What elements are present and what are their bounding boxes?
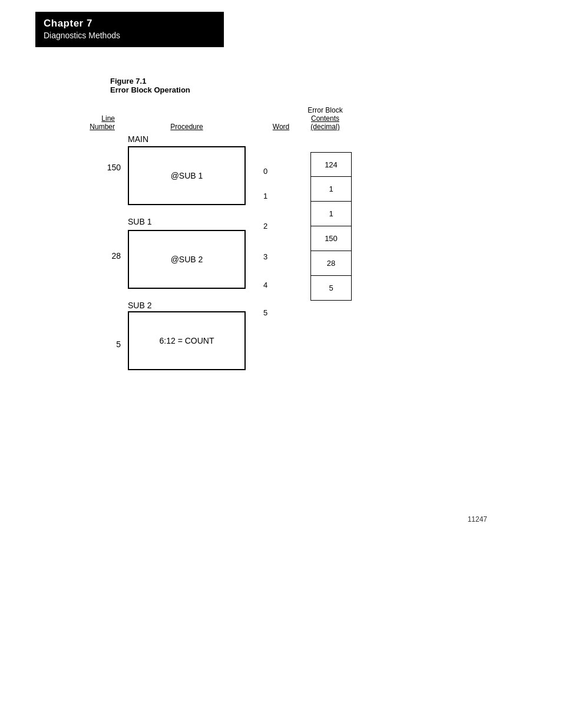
col-header-word: Word <box>252 123 299 131</box>
eb-cell-0: 124 <box>310 152 352 177</box>
proc-box-sub1: @SUB 2 <box>128 230 246 289</box>
sub2-label: SUB 2 <box>128 301 151 310</box>
word-4: 4 <box>263 281 267 289</box>
header-box: Chapter 7 Diagnostics Methods <box>35 12 224 47</box>
line-number-5: 5 <box>87 340 121 349</box>
col-header-line-number: Line Number <box>81 114 122 131</box>
figure-id: 11247 <box>468 515 487 523</box>
error-block-header-line1: Error Block <box>299 106 352 114</box>
col-header-error-block: Error Block Contents (decimal) <box>299 106 352 131</box>
line-number-150: 150 <box>87 163 121 172</box>
proc-box-sub2: 6:12 = COUNT <box>128 311 246 370</box>
error-block-header-line2: Contents (decimal) <box>299 114 352 131</box>
chapter-title: Chapter 7 <box>44 18 216 29</box>
main-label: MAIN <box>128 134 148 144</box>
sub1-label: SUB 1 <box>128 217 151 226</box>
eb-cell-3: 150 <box>310 226 352 251</box>
word-0: 0 <box>263 167 267 176</box>
chapter-subtitle: Diagnostics Methods <box>44 31 216 40</box>
eb-cell-1: 1 <box>310 177 352 202</box>
col-header-procedure: Procedure <box>122 123 252 131</box>
main-box-label: @SUB 1 <box>171 171 203 180</box>
line-number-28: 28 <box>87 251 121 261</box>
eb-cell-5: 5 <box>310 276 352 301</box>
figure-title-line1: Figure 7.1 <box>110 77 487 85</box>
error-block-container: 124 1 1 150 28 5 <box>310 152 352 301</box>
eb-cell-2: 1 <box>310 202 352 226</box>
proc-box-main: @SUB 1 <box>128 146 246 205</box>
figure-area: Figure 7.1 Error Block Operation Line Nu… <box>75 77 487 500</box>
eb-cell-4: 28 <box>310 251 352 276</box>
word-2: 2 <box>263 222 267 230</box>
word-1: 1 <box>263 192 267 200</box>
word-3: 3 <box>263 252 267 261</box>
word-5: 5 <box>263 308 267 317</box>
diagram-container: MAIN 150 @SUB 1 SUB 1 28 @SUB 2 SUB 2 5 … <box>87 134 487 500</box>
figure-title-line2: Error Block Operation <box>110 85 487 94</box>
column-headers: Line Number Procedure Word Error Block C… <box>81 106 487 131</box>
sub1-box-label: @SUB 2 <box>171 255 203 264</box>
sub2-box-label: 6:12 = COUNT <box>160 336 214 345</box>
